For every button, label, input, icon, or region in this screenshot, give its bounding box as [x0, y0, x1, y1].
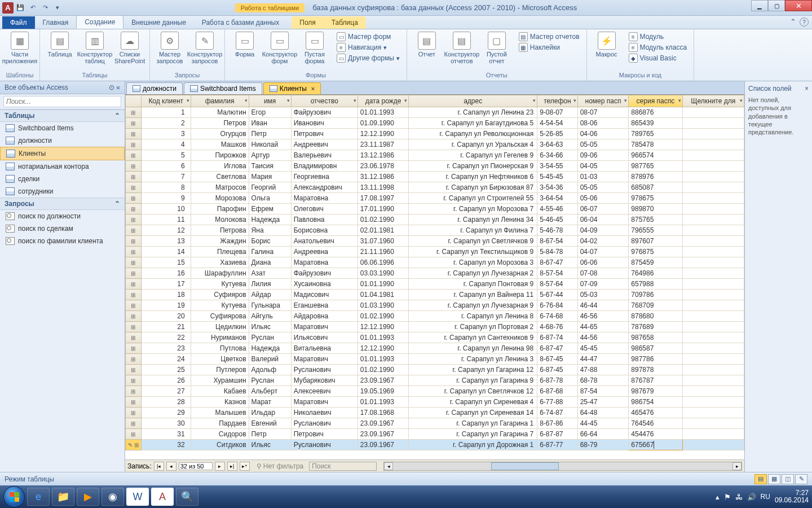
row-selector[interactable]: ⊞	[126, 257, 142, 268]
table-row[interactable]: ⊞22НуримановРусланИльясович01.01.1993г. …	[126, 332, 744, 343]
doc-tab-1[interactable]: должности	[126, 82, 183, 94]
row-selector[interactable]: ⊞	[126, 343, 142, 354]
row-selector[interactable]: ⊞	[126, 365, 142, 375]
table-row[interactable]: ⊞3ОгурцовПетрПетрович12.12.1990г. Сарапу…	[126, 129, 744, 139]
row-selector[interactable]: ⊞	[126, 290, 142, 300]
language-indicator[interactable]: RU	[761, 493, 770, 501]
taskbar-magnifier-icon[interactable]: 🔍	[176, 488, 198, 506]
column-header[interactable]: номер пасп▾	[577, 95, 629, 107]
table-design-button[interactable]: ▥Конструктор таблиц	[78, 30, 111, 65]
row-selector[interactable]: ⊞	[126, 107, 142, 118]
column-header[interactable]: Щелкните для▾	[682, 95, 744, 107]
select-all-cell[interactable]	[126, 95, 142, 107]
tab-create[interactable]: Создание	[76, 15, 123, 29]
labels-button[interactable]: ▦Наклейки	[517, 42, 582, 52]
column-header[interactable]: фамилия▾	[191, 95, 249, 107]
row-selector[interactable]: ⊞	[126, 397, 142, 408]
prev-record-button[interactable]: ◂	[166, 462, 176, 471]
close-icon[interactable]: ×	[311, 85, 315, 92]
row-selector[interactable]: ⊞	[126, 225, 142, 236]
table-row[interactable]: ⊞14ПлещеваГалинаАндреевна21.11.1960г. Са…	[126, 247, 744, 257]
scroll-left-icon[interactable]: ◂	[384, 462, 393, 470]
table-row[interactable]: ⊞20СуфияроваАйгульАйдаровна01.02.1990г. …	[126, 311, 744, 322]
report-wizard-button[interactable]: ▤Мастер отчетов	[517, 32, 582, 42]
table-row[interactable]: ⊞1МалютинЕгорФайрузович01.01.1993г. Сапа…	[126, 107, 744, 118]
row-selector[interactable]: ⊞	[126, 311, 142, 322]
scrollbar-thumb[interactable]	[491, 462, 559, 470]
row-selector[interactable]: ⊞	[126, 418, 142, 429]
taskbar-access-icon[interactable]: A	[151, 488, 174, 506]
row-selector[interactable]: ⊞	[126, 247, 142, 257]
table-row[interactable]: ⊞23ПутловаНадеждаВитальевна12.12.1990г. …	[126, 343, 744, 354]
navigation-button[interactable]: ≡Навигация ▾	[334, 42, 402, 52]
start-button[interactable]	[3, 486, 25, 507]
row-selector[interactable]: ⊞	[126, 150, 142, 161]
close-icon[interactable]: ×	[805, 85, 809, 93]
tray-volume-icon[interactable]: 🔊	[747, 493, 756, 501]
column-header[interactable]: отчество▾	[291, 95, 358, 107]
row-selector[interactable]: ⊞	[126, 268, 142, 279]
table-row[interactable]: ⊞19КутуеваГульнараЕганшевна01.03.1990г. …	[126, 300, 744, 311]
nav-table-item[interactable]: нотариальная контора	[0, 160, 125, 173]
nav-header[interactable]: Все объекты Access ⊙ «	[0, 81, 125, 94]
window-minimize-button[interactable]: ▁	[751, 0, 768, 11]
tray-network-icon[interactable]: 🖧	[735, 493, 743, 501]
last-record-button[interactable]: ▸|	[227, 462, 237, 471]
macro-button[interactable]: ⚡Макрос	[590, 30, 623, 59]
nav-table-item[interactable]: Switchboard Items	[0, 122, 125, 134]
row-selector[interactable]: ⊞	[126, 204, 142, 214]
chevron-down-icon[interactable]: ⊙ «	[109, 84, 120, 91]
blank-report-button[interactable]: ▢Пустой отчет	[480, 30, 513, 65]
row-selector[interactable]: ✎ ⊞	[126, 440, 142, 450]
doc-tab-2[interactable]: Switchboard Items	[184, 82, 262, 94]
tray-show-hidden-icon[interactable]: ▴	[716, 493, 720, 501]
tab-fields[interactable]: Поля	[292, 16, 324, 29]
taskbar-player-icon[interactable]: ▶	[77, 488, 99, 506]
row-selector[interactable]: ⊞	[126, 118, 142, 129]
table-row[interactable]: ⊞28КазновМаратМаратович01.01.1993г. Сара…	[126, 397, 744, 408]
table-row[interactable]: ⊞4МашковНиколайАндреевич23.11.1987г. Сар…	[126, 139, 744, 150]
nav-table-item[interactable]: Клиенты	[0, 147, 125, 160]
column-header[interactable]: адрес▾	[409, 95, 537, 107]
row-selector[interactable]: ⊞	[126, 429, 142, 440]
nav-tables-header[interactable]: Таблицы⌃	[0, 110, 125, 122]
next-record-button[interactable]: ▸	[215, 462, 225, 471]
column-header[interactable]: дата рожде▾	[358, 95, 408, 107]
tab-external-data[interactable]: Внешние данные	[123, 16, 194, 29]
row-selector[interactable]: ⊞	[126, 172, 142, 182]
row-selector[interactable]: ⊞	[126, 139, 142, 150]
row-selector[interactable]: ⊞	[126, 236, 142, 247]
form-wizard-button[interactable]: ▭Мастер форм	[334, 32, 402, 42]
blank-form-button[interactable]: ▭Пустая форма	[298, 30, 331, 65]
pivot-view-button[interactable]: ▦	[768, 474, 780, 484]
column-header[interactable]: Код клиент▾	[141, 95, 191, 107]
row-selector[interactable]: ⊞	[126, 300, 142, 311]
taskbar-ie-icon[interactable]: e	[27, 488, 50, 506]
datasheet-view-button[interactable]: ▤	[754, 474, 767, 484]
table-row[interactable]: ⊞5ПирожковАртурВалерьевич13.12.1986г. Са…	[126, 150, 744, 161]
doc-tab-3[interactable]: Клиенты×	[263, 82, 321, 94]
window-maximize-button[interactable]: ▢	[768, 0, 785, 11]
nav-queries-header[interactable]: Запросы⌃	[0, 198, 125, 210]
row-selector[interactable]: ⊞	[126, 354, 142, 365]
row-selector[interactable]: ⊞	[126, 182, 142, 193]
row-selector[interactable]: ⊞	[126, 214, 142, 225]
table-row[interactable]: ⊞17КутуеваЛилияХусаиновна01.01.1990г. Са…	[126, 279, 744, 290]
row-selector[interactable]: ⊞	[126, 279, 142, 290]
search-input[interactable]	[3, 96, 121, 107]
class-module-button[interactable]: ≡Модуль класса	[626, 42, 690, 52]
row-selector[interactable]: ⊞	[126, 408, 142, 418]
ribbon-minimize-icon[interactable]: ⌃	[790, 17, 796, 27]
row-selector[interactable]: ⊞	[126, 193, 142, 204]
table-row[interactable]: ⊞29МалышевИльдарНиколаевич17.08.1968г. С…	[126, 408, 744, 418]
table-row[interactable]: ⊞16ШарафуллинАзатФайрузович03.03.1990г. …	[126, 268, 744, 279]
visual-basic-button[interactable]: ◆Visual Basic	[626, 53, 690, 63]
table-row[interactable]: ⊞7СветловаМарияГеоргиевна31.12.1986г. Са…	[126, 172, 744, 182]
horizontal-scrollbar[interactable]: ◂ ▸	[383, 462, 742, 471]
nav-table-item[interactable]: должности	[0, 134, 125, 147]
table-row[interactable]: ⊞26ХурамшинРусланМубарякович23.09.1967г.…	[126, 375, 744, 386]
table-row[interactable]: ⊞13ЖаждинБорисАнатольевич31.07.1960г. Са…	[126, 236, 744, 247]
tab-home[interactable]: Главная	[35, 16, 77, 29]
table-row[interactable]: ⊞2ПетровИванИванович01.09.1990г. Сарапул…	[126, 118, 744, 129]
column-header[interactable]: имя▾	[249, 95, 291, 107]
